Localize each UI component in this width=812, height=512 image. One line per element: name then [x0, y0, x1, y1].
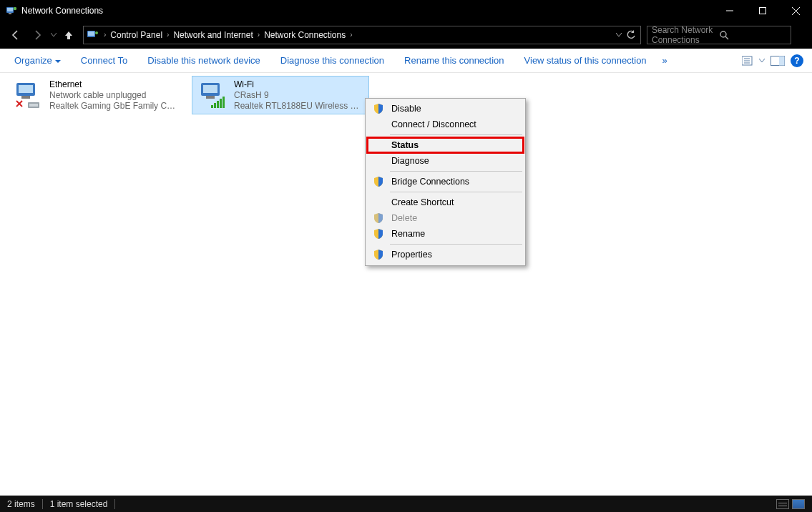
cm-label: Disable — [388, 104, 421, 114]
svg-point-11 — [720, 31, 726, 37]
status-selection: 1 item selected — [50, 499, 108, 509]
svg-rect-29 — [206, 96, 215, 99]
window-title: Network Connections — [21, 6, 103, 16]
svg-rect-21 — [21, 96, 30, 99]
status-bar: 2 items 1 item selected — [0, 496, 812, 512]
adapter-ssid: CRasH 9 — [234, 90, 363, 101]
context-menu-connect-disconnect[interactable]: Connect / Disconnect — [367, 117, 524, 132]
svg-rect-33 — [220, 99, 222, 108]
more-commands-button[interactable]: » — [657, 52, 673, 69]
change-view-button[interactable] — [742, 55, 765, 67]
address-history-dropdown[interactable] — [616, 32, 622, 38]
refresh-button[interactable] — [626, 30, 636, 40]
context-menu-diagnose[interactable]: Diagnose — [367, 153, 524, 169]
view-details-button[interactable] — [776, 499, 789, 509]
context-menu: Disable Connect / Disconnect Status Diag… — [365, 98, 526, 266]
close-button[interactable] — [779, 0, 812, 21]
svg-rect-9 — [88, 31, 94, 36]
cm-label: Bridge Connections — [388, 177, 469, 187]
disable-device-button[interactable]: Disable this network device — [137, 52, 270, 69]
view-large-icons-button[interactable] — [792, 499, 805, 509]
divider — [42, 499, 43, 509]
minimize-button[interactable] — [713, 0, 746, 21]
rename-connection-button[interactable]: Rename this connection — [394, 52, 514, 69]
chevron-right-icon: › — [165, 31, 170, 39]
context-menu-disable[interactable]: Disable — [367, 101, 524, 117]
shield-icon — [368, 176, 388, 187]
breadcrumb-network-connections[interactable]: Network Connections — [261, 30, 348, 40]
context-menu-status[interactable]: Status — [367, 137, 524, 153]
svg-rect-31 — [214, 103, 216, 108]
wifi-adapter-icon — [197, 79, 228, 111]
cm-label: Status — [388, 140, 419, 150]
connect-to-button[interactable]: Connect To — [71, 52, 138, 69]
breadcrumb-control-panel[interactable]: Control Panel — [107, 30, 165, 40]
svg-rect-34 — [222, 97, 225, 108]
svg-rect-5 — [760, 8, 766, 14]
adapter-device: Realtek Gaming GbE Family Contr... — [49, 101, 178, 112]
separator — [390, 171, 522, 172]
cm-label: Properties — [388, 250, 432, 260]
cm-label: Connect / Disconnect — [388, 119, 476, 129]
nav-bar: › Control Panel › Network and Internet ›… — [0, 21, 812, 49]
cm-label: Delete — [388, 213, 417, 223]
adapter-device: Realtek RTL8188EU Wireless LAN 8... — [234, 101, 363, 112]
shield-icon — [368, 103, 388, 114]
status-item-count: 2 items — [7, 499, 35, 509]
context-menu-delete: Delete — [367, 210, 524, 226]
title-bar: Network Connections — [0, 0, 812, 21]
adapter-status: Network cable unplugged — [49, 90, 178, 101]
content-area: Ethernet Network cable unplugged Realtek… — [0, 73, 812, 496]
recent-locations-dropdown[interactable] — [49, 25, 59, 45]
separator — [390, 244, 522, 245]
chevron-right-icon: › — [348, 31, 353, 39]
divider — [114, 499, 115, 509]
svg-rect-1 — [7, 8, 13, 11]
svg-rect-32 — [217, 101, 219, 108]
app-icon — [6, 5, 17, 16]
shield-icon — [368, 249, 388, 260]
location-icon — [87, 29, 99, 41]
svg-point-10 — [95, 31, 98, 34]
help-button[interactable]: ? — [791, 54, 803, 67]
command-bar: Organize Connect To Disable this network… — [0, 49, 812, 73]
forward-button[interactable] — [27, 25, 47, 45]
breadcrumb-network-internet[interactable]: Network and Internet — [170, 30, 255, 40]
chevron-right-icon: › — [102, 31, 107, 39]
search-box[interactable]: Search Network Connections — [647, 26, 791, 44]
separator — [390, 134, 522, 135]
context-menu-properties[interactable]: Properties — [367, 247, 524, 262]
view-status-button[interactable]: View status of this connection — [514, 52, 657, 69]
search-placeholder: Search Network Connections — [652, 25, 719, 45]
cm-label: Diagnose — [388, 156, 429, 166]
organize-menu[interactable]: Organize — [4, 52, 71, 69]
chevron-right-icon: › — [256, 31, 261, 39]
shield-icon — [368, 228, 388, 240]
adapter-wifi[interactable]: Wi-Fi CRasH 9 Realtek RTL8188EU Wireless… — [192, 76, 369, 114]
ethernet-adapter-icon — [12, 79, 44, 111]
separator — [390, 192, 522, 192]
context-menu-create-shortcut[interactable]: Create Shortcut — [367, 195, 524, 210]
svg-rect-18 — [779, 56, 785, 65]
svg-rect-26 — [29, 104, 38, 107]
svg-point-3 — [14, 7, 16, 10]
address-bar[interactable]: › Control Panel › Network and Internet ›… — [83, 26, 641, 44]
svg-rect-2 — [9, 13, 11, 14]
preview-pane-button[interactable] — [771, 55, 785, 67]
context-menu-rename[interactable]: Rename — [367, 226, 524, 242]
search-icon — [719, 30, 786, 40]
svg-line-12 — [725, 36, 728, 39]
diagnose-connection-button[interactable]: Diagnose this connection — [270, 52, 394, 69]
svg-rect-30 — [211, 105, 213, 108]
adapter-name: Ethernet — [49, 79, 178, 90]
adapter-name: Wi-Fi — [234, 79, 363, 90]
svg-rect-28 — [203, 85, 217, 93]
adapter-ethernet[interactable]: Ethernet Network cable unplugged Realtek… — [7, 76, 185, 114]
organize-label: Organize — [14, 55, 52, 66]
maximize-button[interactable] — [746, 0, 779, 21]
back-button[interactable] — [6, 25, 26, 45]
context-menu-bridge[interactable]: Bridge Connections — [367, 174, 524, 189]
shield-icon — [368, 212, 388, 224]
up-button[interactable] — [60, 25, 77, 45]
svg-rect-20 — [19, 85, 33, 93]
